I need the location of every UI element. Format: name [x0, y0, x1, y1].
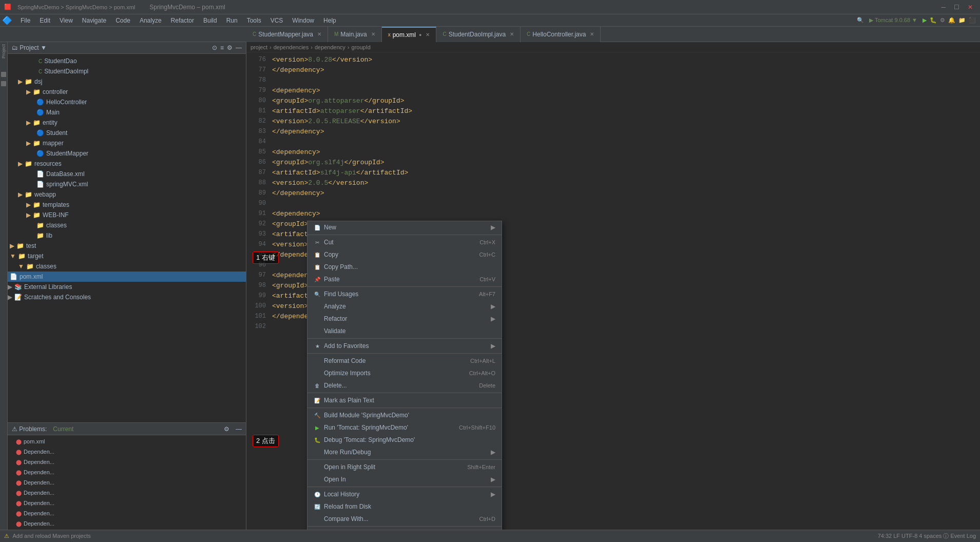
menu-view[interactable]: View: [55, 16, 77, 25]
tree-item-lib[interactable]: 📁 lib: [8, 230, 246, 241]
tree-item-database[interactable]: 📄 DataBase.xml: [8, 169, 246, 179]
cm-item-find-usages[interactable]: 🔍 Find Usages Alt+F7: [308, 288, 502, 300]
tree-item-studentdao[interactable]: C StudentDao: [8, 56, 246, 66]
problems-close-icon[interactable]: —: [236, 425, 242, 433]
tree-item-webinf[interactable]: ▶ 📁 WEB-INF: [8, 210, 246, 220]
sidebar-icon-structure[interactable]: [1, 71, 6, 78]
problem-item-dep5[interactable]: ⬤ Dependen...: [12, 488, 242, 498]
project-locate-icon[interactable]: ⊙: [212, 44, 217, 51]
tree-item-target[interactable]: ▼ 📁 target: [8, 251, 246, 261]
tree-item-classes[interactable]: 📁 classes: [8, 220, 246, 230]
cm-item-optimize[interactable]: Optimize Imports Ctrl+Alt+O: [308, 367, 502, 379]
tree-item-student[interactable]: 🔵 Student: [8, 128, 246, 138]
tree-item-main[interactable]: 🔵 Main: [8, 107, 246, 118]
problem-item-dep7[interactable]: ⬤ Dependen...: [12, 508, 242, 518]
tree-item-pom[interactable]: 📄 pom.xml: [8, 272, 246, 282]
cm-item-mark-directory[interactable]: Mark Directory as: [308, 528, 502, 530]
tree-item-resources[interactable]: ▶ 📁 resources: [8, 159, 246, 169]
tree-item-controller[interactable]: ▶ 📁 controller: [8, 87, 246, 97]
project-sidebar-tab[interactable]: Project: [1, 44, 6, 59]
menu-tools[interactable]: Tools: [243, 16, 265, 25]
tab-main[interactable]: M Main.java ✕: [328, 27, 382, 42]
line-90: 90: [246, 198, 980, 208]
tree-item-dsj[interactable]: ▶ 📁 dsj: [8, 76, 246, 87]
cm-item-copy-path[interactable]: 📋 Copy Path...: [308, 261, 502, 273]
problem-item-dep3[interactable]: ⬤ Dependen...: [12, 467, 242, 477]
tab-close-main[interactable]: ✕: [371, 31, 375, 37]
menu-run[interactable]: Run: [222, 16, 242, 25]
breadcrumb-project: project: [251, 44, 267, 50]
menu-code[interactable]: Code: [111, 16, 134, 25]
tree-item-mapper[interactable]: ▶ 📁 mapper: [8, 138, 246, 148]
project-collapse-icon[interactable]: ≡: [220, 44, 224, 51]
tab-studentdaoimpl[interactable]: C StudentDaoImpl.java ✕: [436, 27, 521, 42]
cm-item-local-history[interactable]: 🕐 Local History ▶: [308, 488, 502, 500]
minimize-button[interactable]: ─: [938, 4, 949, 11]
project-hide-icon[interactable]: —: [236, 44, 242, 51]
tab-close-hellocontroller[interactable]: ✕: [590, 31, 594, 37]
editor-area[interactable]: project › dependencies › dependency › gr…: [246, 42, 980, 530]
cm-item-open-right[interactable]: Open in Right Split Shift+Enter: [308, 461, 502, 473]
cm-item-reload[interactable]: 🔄 Reload from Disk: [308, 500, 502, 513]
tree-item-external-libraries[interactable]: ▶ 📚 External Libraries: [8, 282, 246, 292]
menu-analyze[interactable]: Analyze: [136, 16, 166, 25]
cm-item-copy[interactable]: 📋 Copy Ctrl+C: [308, 248, 502, 261]
menu-edit[interactable]: Edit: [35, 16, 54, 25]
cm-item-refactor[interactable]: Refactor ▶: [308, 313, 502, 325]
cm-item-mark-plain[interactable]: 📝 Mark as Plain Text: [308, 394, 502, 407]
close-button[interactable]: ✕: [965, 4, 976, 11]
cm-item-compare[interactable]: Compare With... Ctrl+D: [308, 513, 502, 525]
cm-item-debug-tomcat[interactable]: 🐛 Debug 'Tomcat: SpringMvcDemo': [308, 434, 502, 446]
problem-item-dep4[interactable]: ⬤ Dependen...: [12, 477, 242, 488]
menu-window[interactable]: Window: [288, 16, 318, 25]
problems-settings-icon[interactable]: ⚙: [224, 425, 229, 433]
tree-item-hellocontroller2[interactable]: 🔵 HelloController: [8, 97, 246, 107]
problem-item-dep8[interactable]: ⬤ Dependen...: [12, 518, 242, 529]
maximize-button[interactable]: ☐: [951, 4, 963, 11]
problem-item-dep1[interactable]: ⬤ Dependen...: [12, 447, 242, 457]
tab-pom[interactable]: x pom.xml ● ✕: [382, 27, 437, 42]
cm-item-analyze[interactable]: Analyze ▶: [308, 300, 502, 313]
status-left-text: Add and reload Maven projects: [12, 533, 90, 539]
cm-item-run-tomcat[interactable]: ▶ Run 'Tomcat: SpringMvcDemo' Ctrl+Shift…: [308, 421, 502, 434]
tree-item-studentmapper2[interactable]: 🔵 StudentMapper: [8, 148, 246, 159]
tab-close-pom[interactable]: ✕: [426, 32, 430, 37]
problem-item-dep6[interactable]: ⬤ Dependen...: [12, 498, 242, 508]
window-controls[interactable]: ─ ☐ ✕: [938, 4, 976, 11]
tree-item-entity[interactable]: ▶ 📁 entity: [8, 118, 246, 128]
tab-close-studentmapper[interactable]: ✕: [317, 31, 321, 37]
line-88: 88 <version>2.0.5</version>: [246, 178, 980, 188]
cm-item-new[interactable]: 📄 New ▶: [308, 221, 502, 234]
open-in-icon: [314, 476, 321, 483]
problem-item-pom[interactable]: ⬤ pom.xml: [12, 436, 242, 447]
problem-item-dep2[interactable]: ⬤ Dependen...: [12, 457, 242, 467]
tab-close-studentdaoimpl[interactable]: ✕: [510, 31, 514, 37]
cm-item-more-run[interactable]: More Run/Debug ▶: [308, 446, 502, 458]
tree-item-scratches[interactable]: ▶ 📝 Scratches and Consoles: [8, 292, 246, 302]
tab-hellocontroller[interactable]: C HelloController.java ✕: [521, 27, 601, 42]
menu-navigate[interactable]: Navigate: [78, 16, 110, 25]
project-settings-icon[interactable]: ⚙: [227, 44, 233, 51]
cm-item-add-favorites[interactable]: ★ Add to Favorites ▶: [308, 340, 502, 352]
cm-item-validate[interactable]: Validate: [308, 325, 502, 337]
tree-item-webapp[interactable]: ▶ 📁 webapp: [8, 189, 246, 200]
tree-item-springmvc[interactable]: 📄 springMVC.xml: [8, 179, 246, 189]
menu-help[interactable]: Help: [319, 16, 340, 25]
tree-item-classes2[interactable]: ▼ 📁 classes: [8, 261, 246, 272]
menu-file[interactable]: File: [16, 16, 34, 25]
cm-item-paste[interactable]: 📌 Paste Ctrl+V: [308, 273, 502, 285]
problems-tab-current[interactable]: Current: [53, 425, 73, 433]
cm-item-reformat[interactable]: Reformat Code Ctrl+Alt+L: [308, 355, 502, 367]
sidebar-icon-favorites[interactable]: [1, 80, 6, 87]
tree-item-templates[interactable]: ▶ 📁 templates: [8, 200, 246, 210]
menu-build[interactable]: Build: [199, 16, 221, 25]
cm-item-build-module[interactable]: 🔨 Build Module 'SpringMvcDemo': [308, 409, 502, 421]
tree-item-test[interactable]: ▶ 📁 test: [8, 241, 246, 251]
tab-studentmapper[interactable]: C StudentMapper.java ✕: [246, 27, 328, 42]
cm-item-open-in[interactable]: Open In ▶: [308, 473, 502, 486]
menu-vcs[interactable]: VCS: [266, 16, 287, 25]
cm-item-delete[interactable]: 🗑 Delete... Delete: [308, 379, 502, 392]
menu-refactor[interactable]: Refactor: [167, 16, 198, 25]
tree-item-studentdaoimpl[interactable]: C StudentDaoImpl: [8, 66, 246, 76]
cm-item-cut[interactable]: ✂ Cut Ctrl+X: [308, 236, 502, 248]
